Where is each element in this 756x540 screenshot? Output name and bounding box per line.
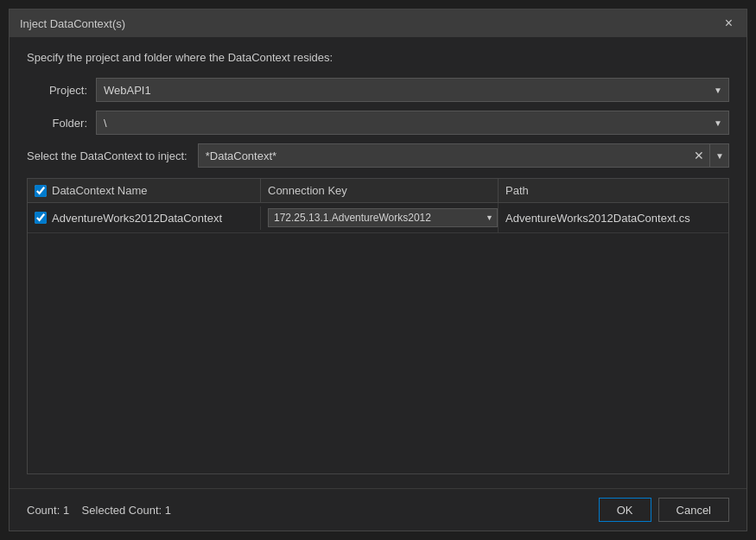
row-checkbox[interactable]	[35, 212, 47, 224]
td-connection: 172.25.13.1.AdventureWorks2012 ▼	[261, 203, 499, 232]
project-select[interactable]: WebAPI1	[96, 78, 729, 102]
project-select-wrapper: WebAPI1 ▼	[96, 78, 729, 102]
folder-select-wrapper: \ ▼	[96, 111, 729, 135]
table-header: DataContext Name Connection Key Path	[28, 179, 728, 203]
table-body: AdventureWorks2012DataContext 172.25.13.…	[28, 203, 728, 473]
footer-buttons: OK Cancel	[599, 498, 729, 522]
selected-count-text: Selected Count: 1	[82, 504, 171, 517]
td-path: AdventureWorks2012DataContext.cs	[499, 206, 728, 230]
datacontext-table: DataContext Name Connection Key Path Adv…	[27, 178, 729, 474]
th-path: Path	[499, 179, 728, 202]
dialog-footer: Count: 1 Selected Count: 1 OK Cancel	[10, 488, 746, 530]
inject-dropdown-button[interactable]: ▼	[709, 143, 729, 168]
dialog-title: Inject DataContext(s)	[20, 17, 125, 30]
project-row: Project: WebAPI1 ▼	[27, 78, 729, 102]
footer-info: Count: 1 Selected Count: 1	[27, 504, 171, 517]
inject-select[interactable]: *DataContext*	[198, 143, 729, 168]
header-checkbox[interactable]	[35, 185, 47, 197]
close-button[interactable]: ×	[721, 16, 736, 30]
cancel-button[interactable]: Cancel	[658, 498, 729, 522]
count-text: Count: 1	[27, 504, 69, 517]
inject-label: Select the DataContext to inject:	[27, 149, 187, 162]
th-connection: Connection Key	[261, 179, 499, 202]
folder-select[interactable]: \	[96, 111, 729, 135]
folder-label: Folder:	[27, 117, 87, 130]
inject-clear-button[interactable]: ✕	[689, 143, 709, 168]
folder-row: Folder: \ ▼	[27, 111, 729, 135]
td-name: AdventureWorks2012DataContext	[28, 206, 261, 230]
title-bar: Inject DataContext(s) ×	[10, 10, 746, 37]
ok-button[interactable]: OK	[599, 498, 651, 522]
description-text: Specify the project and folder where the…	[27, 51, 729, 64]
project-label: Project:	[27, 84, 87, 97]
connection-select-wrapper: 172.25.13.1.AdventureWorks2012 ▼	[268, 208, 498, 227]
table-row: AdventureWorks2012DataContext 172.25.13.…	[28, 203, 728, 233]
inject-row: Select the DataContext to inject: *DataC…	[27, 143, 729, 168]
inject-datacontext-dialog: Inject DataContext(s) × Specify the proj…	[9, 9, 747, 531]
dialog-body: Specify the project and folder where the…	[10, 37, 746, 488]
inject-select-wrapper: *DataContext* ✕ ▼	[198, 143, 729, 168]
th-name: DataContext Name	[28, 179, 261, 202]
inject-select-buttons: ✕ ▼	[689, 143, 729, 168]
connection-select[interactable]: 172.25.13.1.AdventureWorks2012	[268, 208, 498, 227]
